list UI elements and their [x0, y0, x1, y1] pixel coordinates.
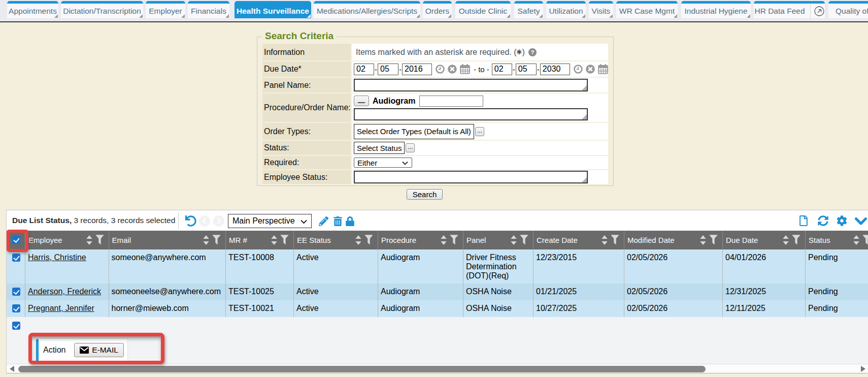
svg-text:?: ? [531, 49, 535, 55]
